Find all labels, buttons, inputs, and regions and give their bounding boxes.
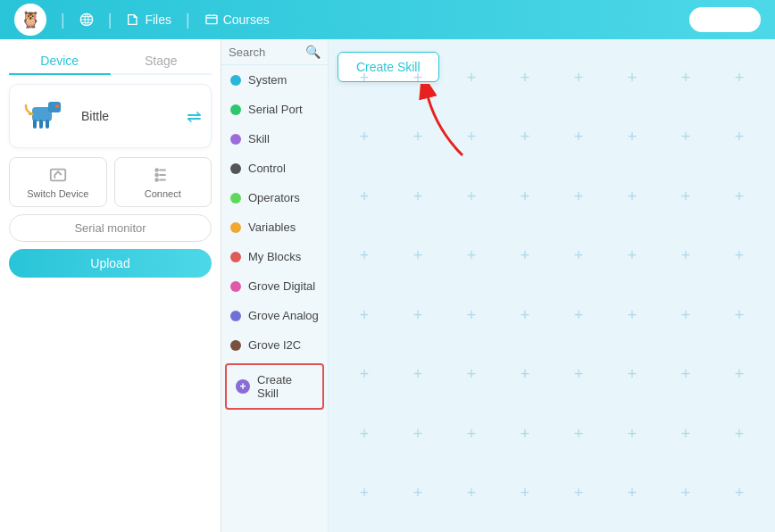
grid-plus: +: [712, 227, 766, 287]
grid-plus: +: [445, 345, 498, 405]
search-icon: 🔍: [305, 45, 321, 59]
grid-plus: +: [445, 48, 498, 108]
grid-plus: +: [552, 286, 605, 345]
separator-2: |: [108, 11, 112, 29]
category-item-serial-port[interactable]: Serial Port: [221, 95, 328, 124]
grid-plus: +: [338, 404, 391, 464]
globe-icon: [79, 12, 94, 27]
grid-plus: +: [338, 464, 391, 524]
category-label: Serial Port: [248, 103, 303, 116]
grid-plus: +: [391, 464, 445, 524]
header-action-btn[interactable]: [689, 7, 761, 32]
category-item-my-blocks[interactable]: My Blocks: [221, 242, 328, 271]
grid-plus: +: [605, 345, 659, 405]
tab-device[interactable]: Device: [9, 48, 111, 75]
grid-plus: +: [552, 108, 605, 168]
svg-rect-6: [39, 120, 43, 129]
category-dot: [230, 281, 241, 292]
serial-monitor-button[interactable]: Serial monitor: [9, 214, 212, 242]
category-panel: 🔍 SystemSerial PortSkillControlOperators…: [221, 39, 329, 532]
grid-plus: +: [659, 464, 712, 524]
globe-nav[interactable]: [79, 12, 94, 27]
grid-plus: +: [338, 286, 391, 345]
category-item-control[interactable]: Control: [221, 154, 328, 183]
grid-plus: +: [445, 108, 498, 168]
grid-plus: +: [659, 286, 712, 345]
grid-plus: +: [605, 108, 659, 168]
category-item-grove-analog[interactable]: Grove Analog: [221, 301, 328, 330]
grid-plus: +: [659, 404, 712, 464]
upload-button[interactable]: Upload: [9, 249, 212, 278]
grid-plus: +: [391, 167, 445, 227]
category-item-grove-i2c[interactable]: Grove I2C: [221, 330, 328, 360]
category-label: My Blocks: [248, 250, 301, 263]
grid-plus: +: [712, 48, 766, 108]
grid-plus: +: [659, 167, 712, 227]
courses-nav[interactable]: Courses: [204, 12, 270, 27]
category-label: Operators: [248, 191, 300, 204]
create-skill-list-item[interactable]: + Create Skill: [225, 363, 324, 410]
category-label: Skill: [248, 132, 270, 145]
category-item-grove-digital[interactable]: Grove Digital: [221, 271, 328, 301]
create-skill-plus-icon: +: [236, 379, 250, 394]
switch-device-button[interactable]: Switch Device: [9, 157, 107, 207]
tab-stage[interactable]: Stage: [111, 48, 212, 73]
separator-3: |: [186, 11, 190, 29]
device-card: Bittle ⇌: [9, 84, 212, 148]
grid-plus: +: [391, 108, 445, 168]
grid-plus: +: [552, 227, 605, 287]
grid-plus: +: [391, 286, 445, 345]
grid-plus: +: [338, 48, 391, 108]
category-dot: [230, 104, 241, 115]
svg-rect-7: [46, 120, 49, 129]
blocks-workspace-panel: Create Skill +++++++++++++++++++++++++++…: [329, 39, 775, 532]
svg-rect-1: [206, 15, 217, 23]
category-item-operators[interactable]: Operators: [221, 183, 328, 212]
grid-plus: +: [712, 404, 766, 464]
header: 🦉 | | Files | Courses: [0, 0, 775, 39]
grid-plus: +: [605, 464, 659, 524]
category-label: Grove I2C: [248, 338, 301, 352]
link-icon: ⇌: [187, 105, 202, 127]
grid-plus: +: [605, 227, 659, 287]
grid-plus: +: [659, 48, 712, 108]
svg-rect-3: [48, 102, 61, 112]
svg-point-11: [155, 174, 158, 177]
category-label: Control: [248, 162, 286, 175]
svg-point-4: [55, 104, 59, 108]
grid-plus: +: [445, 167, 498, 227]
grid-plus: +: [445, 404, 498, 464]
connect-icon: [153, 165, 172, 185]
category-item-variables[interactable]: Variables: [221, 212, 328, 242]
category-label: Variables: [248, 220, 296, 234]
svg-point-10: [155, 169, 158, 171]
grid-plus: +: [552, 464, 605, 524]
files-nav[interactable]: Files: [126, 12, 171, 27]
grid-plus: +: [498, 227, 552, 287]
grid-plus: +: [391, 48, 445, 108]
category-item-system[interactable]: System: [221, 65, 328, 95]
grid-plus: +: [445, 286, 498, 345]
grid-plus: +: [712, 167, 766, 227]
category-dot: [230, 134, 241, 145]
category-dot: [230, 252, 241, 262]
bittle-illustration: [21, 96, 71, 137]
category-dot: [230, 340, 241, 351]
search-input[interactable]: [229, 46, 302, 59]
connect-button[interactable]: Connect: [114, 157, 212, 207]
grid-plus: +: [498, 404, 552, 464]
category-dot: [230, 222, 241, 233]
grid-plus: +: [391, 404, 445, 464]
grid-plus: +: [498, 167, 552, 227]
category-label: Grove Digital: [248, 279, 315, 293]
left-panel: Device Stage: [0, 39, 221, 532]
grid-plus: +: [605, 404, 659, 464]
main-content: Device Stage: [0, 39, 775, 532]
grid-plus: +: [712, 286, 766, 345]
category-item-skill[interactable]: Skill: [221, 124, 328, 154]
grid-plus: +: [712, 108, 766, 168]
grid-plus: +: [338, 167, 391, 227]
category-dot: [230, 311, 241, 321]
grid-plus: +: [498, 345, 552, 405]
grid-plus: +: [391, 345, 445, 405]
